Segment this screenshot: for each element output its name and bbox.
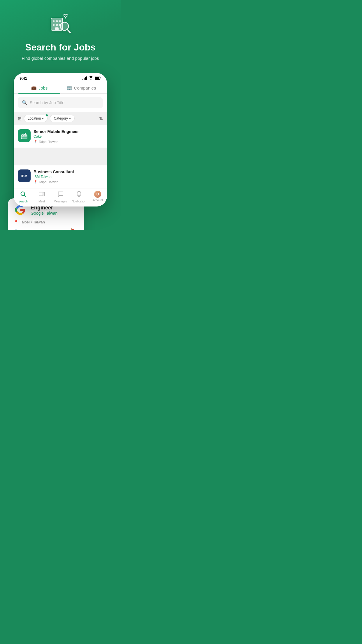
svg-rect-4 <box>53 24 55 26</box>
jobs-tab-icon: 💼 <box>31 85 37 90</box>
svg-line-16 <box>24 195 26 197</box>
job-title: Business Consultant <box>34 169 103 174</box>
messages-nav-icon <box>57 191 64 199</box>
battery-icon <box>95 76 101 80</box>
jobs-tab-label: Jobs <box>38 85 48 90</box>
status-icons <box>82 76 101 80</box>
clock-icon: 🕐 <box>14 229 18 230</box>
job-info: Business Consultant IBM Taiwan 📍 Taipei … <box>34 169 103 184</box>
search-area: 🔍 Search by Job Title <box>14 94 107 112</box>
filter-settings-icon: ⊞ <box>18 116 22 121</box>
hero-section: Search for Jobs Find global companies an… <box>0 0 121 67</box>
search-nav-label: Search <box>18 200 28 203</box>
tab-bar: 💼 Jobs 🏢 Companies <box>14 81 107 94</box>
svg-rect-3 <box>59 20 61 22</box>
nav-item-meet[interactable]: Meet <box>32 191 51 203</box>
signal-icon <box>82 76 87 80</box>
tab-companies[interactable]: 🏢 Companies <box>60 81 102 93</box>
location-pin-icon: 📍 <box>34 140 38 144</box>
search-nav-icon <box>20 191 26 199</box>
svg-rect-5 <box>56 24 58 26</box>
location-filter-label: Location <box>28 116 41 120</box>
nav-item-account[interactable]: U Account <box>88 191 107 203</box>
engineer-time-ago: 🕐 1 day ago <box>14 229 35 230</box>
hero-subtitle: Find global companies and popular jobs <box>6 55 115 61</box>
svg-point-8 <box>65 17 66 19</box>
companies-tab-label: Companies <box>74 85 96 90</box>
table-row[interactable]: Cake Senior Mobile Engineer Cake 📍 Taipe… <box>14 125 107 148</box>
location-chevron-icon: ▾ <box>42 116 44 120</box>
cake-company-logo: Cake <box>18 129 31 142</box>
bookmark-button[interactable]: 🔖 <box>71 228 78 230</box>
bottom-nav: Search Meet <box>14 188 107 206</box>
app-icon <box>6 12 115 39</box>
search-box[interactable]: 🔍 Search by Job Title <box>18 97 103 108</box>
category-chevron-icon: ▾ <box>69 116 71 120</box>
location-pin-icon: 📍 <box>34 180 38 184</box>
status-bar: 9:41 <box>14 73 107 81</box>
filter-bar: ⊞ Location ▾ Category ▾ ⇅ <box>14 112 107 125</box>
notification-nav-label: Notification <box>72 200 86 203</box>
company-name: IBM Taiwan <box>34 175 103 179</box>
notification-nav-icon <box>76 191 82 199</box>
messages-nav-label: Messages <box>54 200 67 203</box>
job-location: 📍 Taipei Taiwan <box>34 180 103 184</box>
job-title: Senior Mobile Engineer <box>34 129 103 134</box>
svg-line-10 <box>67 29 70 33</box>
category-filter-button[interactable]: Category ▾ <box>50 115 75 122</box>
account-nav-label: Account <box>92 199 103 202</box>
engineer-card-footer: 🕐 1 day ago 🔖 <box>14 228 78 230</box>
search-input-placeholder: Search by Job Title <box>30 100 64 105</box>
category-filter-label: Category <box>54 116 68 120</box>
ibm-company-logo: IBM <box>18 169 31 182</box>
nav-item-notification[interactable]: Notification <box>70 191 88 203</box>
jobs-list: Cake Senior Mobile Engineer Cake 📍 Taipe… <box>14 125 107 188</box>
nav-item-messages[interactable]: Messages <box>51 191 70 203</box>
nav-item-search[interactable]: Search <box>14 191 32 203</box>
filter-dot <box>46 114 48 116</box>
tab-jobs[interactable]: 💼 Jobs <box>18 81 60 93</box>
job-location: 📍 Taipei Taiwan <box>34 140 103 144</box>
location-filter-button[interactable]: Location ▾ <box>24 115 48 122</box>
svg-rect-2 <box>56 20 58 22</box>
svg-rect-1 <box>53 20 55 22</box>
company-name: Cake <box>34 134 103 139</box>
meet-nav-label: Meet <box>38 200 45 203</box>
svg-rect-12 <box>95 77 99 79</box>
middle-spacer <box>14 148 107 165</box>
meet-nav-icon <box>38 191 45 199</box>
wifi-icon <box>89 76 93 80</box>
svg-rect-7 <box>55 27 59 30</box>
engineer-company-name: Google Taiwan <box>31 211 57 216</box>
account-avatar: U <box>94 191 101 198</box>
hero-title: Search for Jobs <box>6 42 115 53</box>
search-input-icon: 🔍 <box>22 100 27 105</box>
table-row[interactable]: IBM Business Consultant IBM Taiwan 📍 Tai… <box>14 165 107 188</box>
job-info: Senior Mobile Engineer Cake 📍 Taipei Tai… <box>34 129 103 144</box>
status-time: 9:41 <box>20 76 27 80</box>
engineer-location: 📍 Taipei • Taiwan <box>14 220 78 224</box>
sort-icon[interactable]: ⇅ <box>99 116 103 121</box>
phone-mockup: 9:41 <box>14 73 107 206</box>
location-pin-icon: 📍 <box>14 220 18 224</box>
svg-rect-17 <box>39 192 43 196</box>
companies-tab-icon: 🏢 <box>67 85 72 90</box>
phone-mockup-area: 9:41 <box>0 67 121 206</box>
